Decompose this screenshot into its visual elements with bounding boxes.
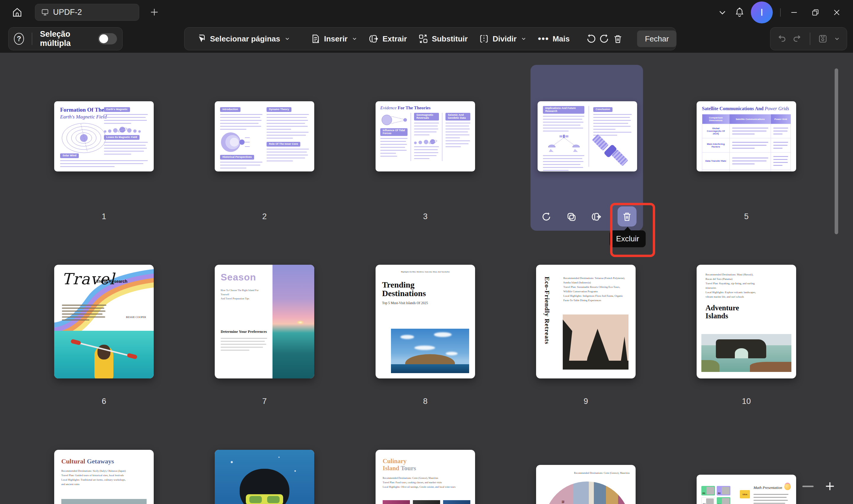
restore-button[interactable] [807,4,824,21]
p9-details: Recommended Destinations: Tetiaroa (Fren… [563,276,628,303]
rotate-icon [542,212,552,222]
page-thumbnail-11[interactable]: Cultural Getaways Recommended Destinatio… [54,450,154,504]
account-avatar[interactable]: I [748,4,776,21]
page-thumbnail-7[interactable]: Season How To Choose The Right Island Fo… [215,265,314,378]
page-thumbnail-10[interactable]: Recommended Destinations: Maui (Hawaii),… [697,265,796,378]
help-button[interactable]: ? [14,33,24,45]
page-thumbnail-9[interactable]: Eco-Friendly Retreats Recommended Destin… [536,265,636,378]
chevron-down-icon [352,36,357,42]
ellipsis-icon: ••• [538,34,549,44]
close-window-button[interactable] [828,4,845,21]
new-tab-button[interactable] [147,5,161,19]
chevron-down-icon [718,8,727,17]
p6-author: BESSIE COOPER [126,316,146,319]
page-actions-group: Selecionar páginas Inserir Extrair Subst… [184,27,676,50]
p1-chip: Solar Wind [60,154,79,158]
minimize-icon [790,8,798,17]
extract-page-button[interactable] [591,212,602,222]
tidal-forces-diagram [380,113,408,127]
p8-subtitle: Top 5 Must-Visit Islands Of 2025 [382,301,468,305]
magnetic-field-diagram [60,122,107,154]
insert-button[interactable]: Inserir [306,30,362,48]
document-tab[interactable]: UPDF-2 [35,4,139,21]
delete-pages-button[interactable] [613,31,623,47]
p7-title: Season [221,272,267,283]
scrollbar-thumb[interactable] [835,68,838,234]
toolbar-divider [810,33,810,45]
redo-icon [792,34,802,44]
rotate-right-button[interactable] [599,31,610,47]
page-thumbnail-3[interactable]: Evidence For The Theories Influence Of T… [376,101,475,172]
notifications-button[interactable] [731,4,748,21]
replace-icon [418,34,428,44]
select-cursor-icon [196,34,207,44]
p11-details: Recommended Destinations: Sicily (Italy)… [61,469,147,487]
copy-page-button[interactable] [566,212,577,222]
home-icon [12,7,22,18]
titlebar-dropdown-button[interactable] [714,4,731,21]
page-number-8: 8 [376,397,475,406]
plus-icon [824,480,836,492]
rotate-left-button[interactable] [586,31,596,47]
page-number-6: 6 [54,397,154,406]
chevron-down-icon [834,36,840,42]
plus-icon [149,7,159,17]
page-thumbnail-13[interactable]: Culinary Island Tours Recommended Destin… [376,450,475,504]
minimize-button[interactable] [785,4,803,21]
sunset-photo [272,265,314,378]
window-titlebar: UPDF-2 I [0,0,853,24]
zoom-in-button[interactable] [823,480,836,493]
home-button[interactable] [11,6,24,19]
page-thumbnail-6[interactable]: Travel Trend Research BESSIE COOPER [54,265,154,378]
planets-row [414,138,439,144]
rotate-right-icon [599,34,610,44]
page-number-7: 7 [215,397,314,406]
copy-icon [566,212,576,222]
bell-icon [734,7,745,17]
p1-chip: Loses Its Magnetic Field [104,135,140,140]
p14-note: Recommended Destinations: Crete (Greece)… [574,471,630,474]
split-button[interactable]: Dividir [475,30,531,48]
underwater-photo [215,450,314,504]
page-number-2: 2 [215,212,314,221]
p9-vertical-title: Eco-Friendly Retreats [543,276,551,344]
save-icon [818,34,828,44]
multi-select-toggle[interactable] [98,33,117,44]
p14-arch-photo: nd on [544,482,630,504]
redo-button[interactable] [791,31,804,47]
page-thumbnail-8[interactable]: Highlights On Bali, Maldives, Santorini,… [376,265,475,378]
page-number-9: 9 [536,397,636,406]
minus-icon [802,486,814,487]
page-thumbnail-12[interactable] [215,450,314,504]
page-thumbnail-5[interactable]: Satellite Communications And Power Grids… [697,101,796,172]
thinking-emoji [784,484,791,490]
save-options-button[interactable] [832,31,842,47]
page-thumbnail-1[interactable]: Formation Of The Earth's Magnetic Field … [54,101,154,172]
satellite-link-diagram [543,133,584,152]
page-thumbnail-15[interactable]: 01 02 03 04 idea Math Presentation Skill… [697,475,796,504]
replace-button[interactable]: Substituir [414,30,472,48]
p6-kicker: Trend Research [96,279,127,284]
p13-photo-tiles [383,500,470,504]
zoom-out-button[interactable] [801,480,815,493]
close-organize-button[interactable]: Fechar [637,31,676,47]
page-thumbnail-2[interactable]: Introduction Historical Perspectives Dyn… [215,101,314,172]
document-icon [41,9,49,16]
extract-button[interactable]: Extrair [365,30,411,48]
p7-heading: Determine Your Preferences [221,329,267,334]
multi-select-label: Seleção múltipla [40,30,93,48]
page-thumbnail-4[interactable]: Implications And Future Research Conclus… [537,101,637,172]
select-pages-button[interactable]: Selecionar páginas [192,30,295,48]
kayak-photo [54,331,154,378]
close-icon [833,8,841,17]
annotation-highlight-box [610,203,655,257]
rock-formation-photo [563,314,628,370]
rotate-page-button[interactable] [541,212,552,222]
page-number-10: 10 [697,397,796,406]
idea-sticky-note: idea [740,490,750,498]
save-button[interactable] [816,31,829,47]
page-thumbnail-14[interactable]: Recommended Destinations: Crete (Greece)… [536,465,636,504]
p8-note: Highlights On Bali, Maldives, Santorini,… [382,271,468,273]
more-button[interactable]: ••• Mais [534,30,574,48]
undo-button[interactable] [775,31,788,47]
